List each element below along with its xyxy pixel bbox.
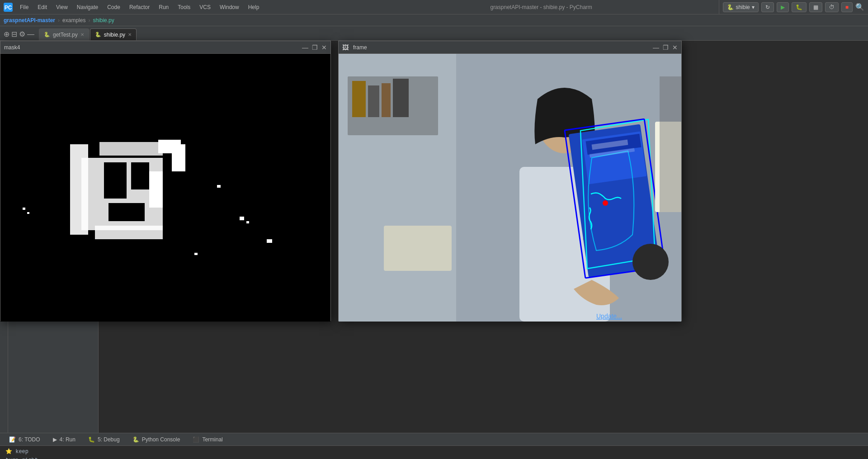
mask-minimize-button[interactable]: — [302, 44, 308, 51]
svg-rect-19 [267, 239, 272, 243]
tab-debug-icon: 🐛 [88, 436, 95, 443]
frame-close-button[interactable]: ✕ [672, 44, 678, 51]
svg-rect-12 [172, 144, 185, 171]
profile-button[interactable]: ⏱ [825, 2, 839, 12]
menu-code[interactable]: Code [104, 3, 124, 11]
settings-button[interactable]: ⚙ [19, 30, 25, 38]
tab-controls: ⊕ ⊟ ⚙ — [4, 30, 34, 38]
frame-image-area: Update... [339, 54, 681, 322]
run-config-select[interactable]: 🐍 shibie ▾ [723, 2, 758, 12]
frame-window: 🖼 frame — ❐ ✕ [338, 41, 682, 321]
svg-rect-42 [384, 226, 452, 271]
svg-rect-41 [660, 76, 681, 212]
svg-rect-26 [352, 81, 366, 117]
minimize-panel-button[interactable]: — [27, 30, 34, 38]
svg-rect-5 [99, 142, 163, 156]
svg-text:Update...: Update... [596, 312, 622, 320]
svg-rect-8 [131, 162, 149, 189]
reload-button[interactable]: ↻ [761, 2, 774, 12]
breadcrumb-file[interactable]: shibie.py [93, 17, 114, 24]
tab-shibie[interactable]: 🐍 shibie.py ✕ [90, 28, 137, 40]
menu-view[interactable]: View [52, 3, 71, 11]
frame-window-titlebar: 🖼 frame — ❐ ✕ [339, 41, 681, 54]
tab-shibie-close[interactable]: ✕ [128, 32, 132, 37]
menu-file[interactable]: File [16, 3, 32, 11]
app-logo: PC [4, 3, 13, 12]
coverage-button[interactable]: ▦ [809, 2, 822, 12]
breadcrumb-project[interactable]: graspnetAPI-master [4, 17, 55, 24]
console-text-1: keep [15, 449, 28, 455]
menu-bar: File Edit View Navigate Code Refactor Ru… [16, 3, 263, 11]
menu-edit[interactable]: Edit [34, 3, 51, 11]
tab-terminal-label: Terminal [202, 436, 222, 443]
split-button[interactable]: ⊟ [11, 30, 17, 38]
tab-todo-icon: 📝 [9, 436, 16, 443]
menu-run[interactable]: Run [155, 3, 172, 11]
stop-button[interactable]: ■ [841, 2, 853, 12]
menu-vcs[interactable]: VCS [196, 3, 214, 11]
breadcrumb: graspnetAPI-master › examples › shibie.p… [0, 14, 868, 26]
svg-rect-14 [27, 212, 29, 214]
tab-gettest[interactable]: 🐍 getTest.py ✕ [39, 28, 89, 40]
console-prefix-1: ⭐ [5, 449, 12, 455]
menu-navigate[interactable]: Navigate [73, 3, 102, 11]
menu-window[interactable]: Window [216, 3, 243, 11]
svg-rect-7 [104, 162, 127, 199]
tab-run-icon: ▶ [53, 436, 57, 443]
mask-close-button[interactable]: ✕ [321, 44, 327, 51]
mask-maximize-button[interactable]: ❐ [312, 44, 318, 51]
svg-rect-28 [382, 83, 391, 117]
svg-rect-29 [393, 79, 409, 117]
svg-rect-10 [149, 171, 163, 208]
svg-rect-9 [108, 203, 145, 221]
mask-window: mask4 — ❐ ✕ [0, 41, 331, 321]
console-text-2: turn right [5, 457, 38, 459]
tab-gettest-close[interactable]: ✕ [80, 32, 84, 37]
run-config-icon: 🐍 [727, 4, 734, 10]
svg-rect-15 [217, 185, 221, 188]
run-button[interactable]: ▶ [777, 2, 789, 12]
svg-rect-18 [194, 253, 198, 255]
menu-help[interactable]: Help [245, 3, 263, 11]
new-tab-button[interactable]: ⊕ [4, 30, 9, 38]
tab-shibie-label: shibie.py [104, 32, 125, 38]
debug-button[interactable]: 🐛 [792, 2, 807, 12]
tab-todo[interactable]: 📝 6: TODO [4, 434, 46, 445]
run-toolbar: 🐍 shibie ▾ ↻ ▶ 🐛 ▦ ⏱ ■ 🔍 [719, 0, 868, 14]
console-line-1: ⭐ keep [5, 448, 863, 456]
mask-window-controls: — ❐ ✕ [302, 44, 327, 51]
menu-refactor[interactable]: Refactor [126, 3, 153, 11]
frame-maximize-button[interactable]: ❐ [663, 44, 669, 51]
tab-todo-label: 6: TODO [19, 436, 40, 443]
titlebar-left: PC File Edit View Navigate Code Refactor… [4, 3, 263, 12]
svg-rect-17 [246, 221, 249, 223]
bottom-tabbar: 📝 6: TODO ▶ 4: Run 🐛 5: Debug 🐍 Python C… [0, 433, 868, 446]
mask-canvas [0, 54, 330, 322]
tab-debug[interactable]: 🐛 5: Debug [83, 434, 125, 445]
frame-window-controls: — ❐ ✕ [653, 44, 678, 51]
tab-gettest-label: getTest.py [53, 32, 78, 38]
svg-rect-6 [95, 226, 163, 239]
tab-python-console-label: Python Console [142, 436, 180, 443]
mask-window-title: mask4 [4, 44, 20, 51]
svg-point-38 [603, 200, 608, 206]
svg-text:PC: PC [5, 5, 12, 11]
breadcrumb-examples[interactable]: examples [62, 17, 85, 24]
console-output: ⭐ keep turn right [0, 446, 868, 459]
frame-canvas: Update... [339, 54, 681, 322]
breadcrumb-sep-2: › [88, 17, 90, 24]
tab-run-label: 4: Run [60, 436, 75, 443]
frame-minimize-button[interactable]: — [653, 44, 659, 51]
bottom-panel: 📝 6: TODO ▶ 4: Run 🐛 5: Debug 🐍 Python C… [0, 433, 868, 459]
window-title: graspnetAPI-master - shibie.py - PyCharm [490, 4, 592, 10]
tab-run[interactable]: ▶ 4: Run [47, 434, 81, 445]
svg-point-40 [632, 244, 669, 280]
tab-terminal[interactable]: ⬛ Terminal [187, 434, 228, 445]
search-button[interactable]: 🔍 [855, 3, 864, 11]
svg-rect-2 [0, 54, 330, 322]
menu-tools[interactable]: Tools [174, 3, 194, 11]
svg-rect-16 [240, 217, 244, 220]
breadcrumb-sep-1: › [58, 17, 60, 24]
tab-terminal-icon: ⬛ [193, 436, 199, 443]
tab-python-console[interactable]: 🐍 Python Console [127, 434, 186, 445]
